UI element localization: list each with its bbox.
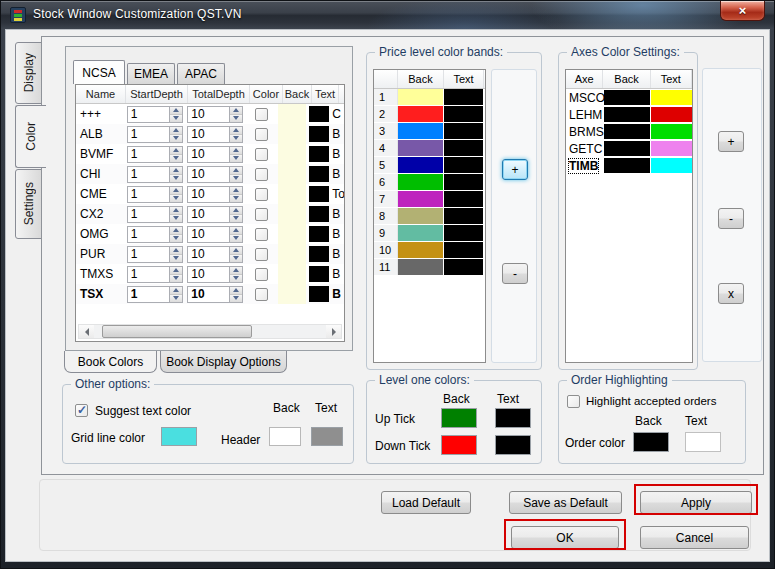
text-color-cell[interactable] (306, 286, 332, 302)
band-text-swatch[interactable] (444, 123, 483, 139)
band-text-swatch[interactable] (444, 140, 483, 156)
band-text-swatch[interactable] (444, 225, 483, 241)
text-color-swatch[interactable] (309, 226, 329, 242)
depth-value[interactable]: 1 (128, 287, 169, 302)
depth-value[interactable]: 1 (128, 167, 169, 182)
close-button[interactable]: × (720, 1, 765, 21)
depth-value[interactable]: 10 (188, 107, 229, 122)
spin-down-button[interactable] (230, 255, 242, 262)
spin-down-button[interactable] (170, 215, 182, 222)
spinner-buttons[interactable] (169, 107, 182, 122)
axes-axe-header[interactable]: Axe (566, 70, 603, 88)
band-text-swatch[interactable] (444, 259, 483, 275)
spin-up-button[interactable] (230, 167, 242, 175)
depth-value[interactable]: 1 (128, 147, 169, 162)
text-color-swatch[interactable] (309, 286, 329, 302)
band-back-swatch[interactable] (398, 242, 443, 258)
back-color-cell[interactable] (278, 244, 306, 264)
band-row[interactable]: 7 (374, 191, 485, 207)
band-row[interactable]: 11 (374, 259, 485, 275)
axe-text-swatch[interactable] (651, 90, 692, 105)
table-row[interactable]: CX2110B (76, 204, 344, 224)
tab-settings[interactable]: Settings (15, 169, 42, 239)
col-header-totaldepth[interactable]: TotalDepth (188, 85, 250, 103)
table-row[interactable]: TMXS110B (76, 264, 344, 284)
spin-down-button[interactable] (170, 155, 182, 162)
color-checkbox[interactable] (255, 248, 268, 261)
text-color-cell[interactable] (306, 266, 332, 282)
depth-spinner[interactable]: 10 (187, 126, 243, 143)
spin-down-button[interactable] (230, 295, 242, 302)
band-back-swatch[interactable] (398, 140, 443, 156)
highlight-accepted-orders-checkbox[interactable] (567, 395, 580, 408)
text-color-cell[interactable] (306, 186, 332, 202)
depth-value[interactable]: 1 (128, 227, 169, 242)
spinner-buttons[interactable] (229, 187, 242, 202)
color-checkbox[interactable] (255, 108, 268, 121)
band-text-swatch[interactable] (444, 191, 483, 207)
spin-down-button[interactable] (170, 255, 182, 262)
band-back-swatch[interactable] (398, 225, 443, 241)
spin-up-button[interactable] (170, 287, 182, 295)
band-row[interactable]: 2 (374, 106, 485, 122)
spin-up-button[interactable] (230, 127, 242, 135)
depth-spinner[interactable]: 1 (127, 266, 183, 283)
depth-value[interactable]: 1 (128, 187, 169, 202)
depth-spinner[interactable]: 1 (127, 246, 183, 263)
text-color-swatch[interactable] (309, 106, 329, 122)
spin-up-button[interactable] (230, 187, 242, 195)
text-color-swatch[interactable] (309, 186, 329, 202)
text-color-cell[interactable] (306, 146, 332, 162)
back-color-cell[interactable] (278, 104, 306, 124)
axes-delete-button[interactable]: x (718, 283, 744, 304)
depth-spinner[interactable]: 10 (187, 206, 243, 223)
axe-text-swatch[interactable] (651, 107, 692, 122)
depth-value[interactable]: 10 (188, 267, 229, 282)
band-back-swatch[interactable] (398, 174, 443, 190)
spinner-buttons[interactable] (169, 287, 182, 302)
down-tick-text-swatch[interactable] (495, 435, 531, 455)
text-color-swatch[interactable] (309, 166, 329, 182)
band-row[interactable]: 1 (374, 89, 485, 105)
load-default-button[interactable]: Load Default (381, 491, 471, 514)
spin-down-button[interactable] (230, 215, 242, 222)
table-row[interactable]: TSX110B (76, 284, 344, 304)
color-checkbox[interactable] (255, 228, 268, 241)
table-row[interactable]: PUR110B (76, 244, 344, 264)
apply-button[interactable]: Apply (640, 491, 752, 514)
color-checkbox[interactable] (255, 188, 268, 201)
spin-up-button[interactable] (170, 167, 182, 175)
axes-add-button[interactable]: + (718, 131, 744, 152)
depth-spinner[interactable]: 10 (187, 146, 243, 163)
band-back-swatch[interactable] (398, 191, 443, 207)
depth-spinner[interactable]: 1 (127, 186, 183, 203)
back-color-cell[interactable] (278, 264, 306, 284)
table-row[interactable]: CME110To (76, 184, 344, 204)
axe-text-swatch[interactable] (651, 124, 692, 139)
spin-down-button[interactable] (170, 275, 182, 282)
text-color-swatch[interactable] (309, 246, 329, 262)
depth-spinner[interactable]: 10 (187, 246, 243, 263)
table-row[interactable]: ALB110B (76, 124, 344, 144)
order-back-swatch[interactable] (633, 432, 669, 452)
spinner-buttons[interactable] (229, 227, 242, 242)
table-row[interactable]: +++110C (76, 104, 344, 124)
spin-down-button[interactable] (170, 195, 182, 202)
spin-up-button[interactable] (170, 107, 182, 115)
spin-down-button[interactable] (170, 175, 182, 182)
band-text-swatch[interactable] (444, 242, 483, 258)
spinner-buttons[interactable] (229, 107, 242, 122)
depth-spinner[interactable]: 10 (187, 266, 243, 283)
band-text-swatch[interactable] (444, 208, 483, 224)
spin-down-button[interactable] (230, 195, 242, 202)
col-header-back[interactable]: Back (283, 85, 312, 103)
band-back-swatch[interactable] (398, 157, 443, 173)
color-checkbox[interactable] (255, 128, 268, 141)
spinner-buttons[interactable] (169, 227, 182, 242)
depth-value[interactable]: 1 (128, 107, 169, 122)
band-back-header[interactable]: Back (398, 70, 444, 88)
axe-back-swatch[interactable] (604, 158, 651, 173)
depth-value[interactable]: 1 (128, 267, 169, 282)
title-bar[interactable]: Stock Window Customization QST.VN × (1, 1, 774, 29)
spin-up-button[interactable] (170, 147, 182, 155)
